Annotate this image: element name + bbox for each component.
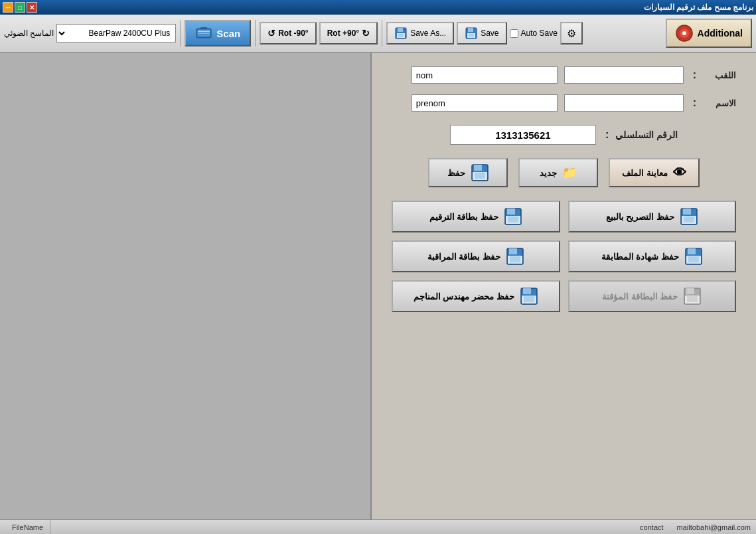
title-bar-controls: ─ □ ✕ bbox=[3, 2, 37, 13]
save-monitoring-icon bbox=[506, 247, 524, 266]
svg-rect-37 bbox=[686, 288, 694, 294]
eye-icon: 👁 bbox=[673, 165, 686, 181]
additional-icon bbox=[675, 24, 694, 43]
minimize-button[interactable]: ─ bbox=[3, 2, 13, 13]
scan-button-label: Scan bbox=[216, 28, 240, 39]
new-button[interactable]: 📁 جديد bbox=[518, 158, 598, 187]
save-icon bbox=[465, 27, 478, 40]
svg-rect-2 bbox=[198, 33, 210, 34]
svg-rect-25 bbox=[507, 209, 515, 215]
svg-rect-17 bbox=[474, 165, 482, 171]
svg-rect-4 bbox=[200, 27, 207, 29]
close-button[interactable]: ✕ bbox=[27, 2, 37, 13]
separator-1 bbox=[180, 20, 181, 46]
lastname-arabic-input[interactable] bbox=[564, 66, 684, 84]
form-panel: اللقب : الاسم : الرقم التسلسلي : 👁 معاين… bbox=[372, 53, 756, 519]
status-right: contact mailtobahi@gmail.com bbox=[640, 523, 751, 531]
app-title: برنامج مسح ملف ترقيم السيارات bbox=[644, 3, 753, 12]
auto-save-label: Auto Save bbox=[521, 29, 558, 38]
save-label: Save bbox=[481, 29, 498, 38]
svg-rect-10 bbox=[468, 28, 473, 32]
auto-save-area: Auto Save bbox=[510, 29, 558, 38]
save-temp-card-label: حفظ البطاقة المؤقتة bbox=[602, 292, 678, 302]
auto-save-checkbox[interactable] bbox=[510, 29, 518, 38]
maximize-button[interactable]: □ bbox=[15, 2, 25, 13]
svg-rect-1 bbox=[198, 31, 210, 32]
scan-icon bbox=[195, 25, 212, 42]
save-conformity-label: حفظ شهادة المطابقة bbox=[601, 252, 679, 262]
firstname-arabic-input[interactable] bbox=[564, 94, 684, 112]
firstname-colon: : bbox=[693, 97, 696, 109]
additional-label: Additional bbox=[698, 28, 743, 39]
rotate-neg90-button[interactable]: ↺ Rot -90° bbox=[260, 22, 316, 44]
rot-neg90-icon: ↺ bbox=[267, 28, 275, 39]
svg-rect-39 bbox=[687, 296, 698, 302]
svg-rect-43 bbox=[524, 296, 534, 302]
scan-button[interactable]: Scan bbox=[185, 20, 251, 46]
folder-icon: 📁 bbox=[562, 165, 577, 180]
action-buttons-row: 👁 معاينة الملف 📁 جديد حفظ bbox=[392, 158, 736, 187]
toolbar: الماسح الضوئي BearPaw 2400CU Plus Scan ↺… bbox=[0, 15, 756, 53]
main-content: اللقب : الاسم : الرقم التسلسلي : 👁 معاين… bbox=[0, 53, 756, 519]
scanner-dropdown[interactable]: BearPaw 2400CU Plus bbox=[56, 24, 176, 43]
serial-input[interactable] bbox=[450, 125, 596, 145]
svg-rect-3 bbox=[198, 35, 210, 36]
svg-rect-27 bbox=[508, 217, 518, 222]
save-main-icon bbox=[471, 163, 489, 182]
doc-buttons-grid: حفظ التصريح بالبيع حفظ بطاقة الترقيم bbox=[392, 201, 736, 312]
svg-rect-35 bbox=[510, 256, 520, 262]
save-as-label: Save As... bbox=[410, 29, 446, 38]
separator-2 bbox=[255, 20, 256, 46]
serial-row: الرقم التسلسلي : bbox=[392, 125, 736, 145]
firstname-row: الاسم : bbox=[392, 94, 736, 112]
save-as-icon bbox=[394, 27, 408, 40]
lastname-colon: : bbox=[693, 69, 696, 81]
rot-neg90-label: Rot -90° bbox=[278, 29, 308, 38]
serial-colon: : bbox=[605, 129, 609, 141]
svg-rect-21 bbox=[683, 209, 691, 215]
firstname-latin-input[interactable] bbox=[412, 94, 558, 112]
contact-label: contact bbox=[640, 523, 663, 531]
svg-rect-19 bbox=[475, 173, 485, 179]
lastname-latin-input[interactable] bbox=[412, 66, 558, 84]
save-temp-card-button[interactable]: حفظ البطاقة المؤقتة bbox=[568, 280, 737, 312]
rot-pos90-icon: ↻ bbox=[362, 28, 370, 39]
rot-pos90-label: Rot +90° bbox=[327, 29, 359, 38]
filename-label: FileName bbox=[12, 523, 43, 531]
gear-icon: ⚙ bbox=[567, 27, 576, 40]
save-registration-button[interactable]: حفظ بطاقة الترقيم bbox=[392, 201, 560, 232]
svg-rect-33 bbox=[509, 248, 517, 254]
save-monitoring-button[interactable]: حفظ بطاقة المراقبة bbox=[392, 240, 560, 272]
save-registration-icon bbox=[504, 207, 522, 226]
new-button-label: جديد bbox=[540, 168, 557, 178]
rotate-pos90-button[interactable]: Rot +90° ↻ bbox=[319, 22, 378, 44]
view-file-button[interactable]: 👁 معاينة الملف bbox=[609, 158, 700, 187]
title-bar: برنامج مسح ملف ترقيم السيارات ─ □ ✕ bbox=[0, 0, 756, 15]
save-monitoring-label: حفظ بطاقة المراقبة bbox=[427, 252, 500, 262]
svg-rect-12 bbox=[469, 34, 474, 37]
svg-rect-41 bbox=[523, 288, 531, 294]
additional-button[interactable]: Additional bbox=[666, 19, 752, 48]
settings-button[interactable]: ⚙ bbox=[560, 22, 583, 44]
save-temp-card-icon bbox=[683, 287, 702, 306]
save-declaration-icon bbox=[680, 207, 698, 226]
serial-label: الرقم التسلسلي bbox=[615, 130, 678, 140]
svg-rect-23 bbox=[684, 217, 694, 222]
save-main-label: حفظ bbox=[447, 168, 465, 178]
save-main-button[interactable]: حفظ bbox=[428, 158, 508, 187]
svg-point-15 bbox=[682, 31, 686, 35]
separator-3 bbox=[382, 20, 382, 46]
save-engineer-button[interactable]: حفظ محضر مهندس المناجم bbox=[392, 280, 560, 312]
save-conformity-button[interactable]: حفظ شهادة المطابقة bbox=[568, 240, 737, 272]
save-as-button[interactable]: Save As... bbox=[386, 22, 454, 44]
scanner-panel bbox=[0, 53, 372, 519]
save-button[interactable]: Save bbox=[457, 22, 506, 44]
svg-rect-6 bbox=[398, 28, 403, 32]
save-engineer-label: حفظ محضر مهندس المناجم bbox=[414, 292, 514, 302]
save-declaration-button[interactable]: حفظ التصريح بالبيع bbox=[568, 201, 737, 232]
svg-rect-31 bbox=[688, 256, 699, 262]
scanner-label: الماسح الضوئي bbox=[4, 29, 54, 38]
svg-rect-8 bbox=[398, 34, 404, 37]
view-file-label: معاينة الملف bbox=[622, 168, 668, 178]
filename-section: FileName bbox=[5, 520, 50, 534]
